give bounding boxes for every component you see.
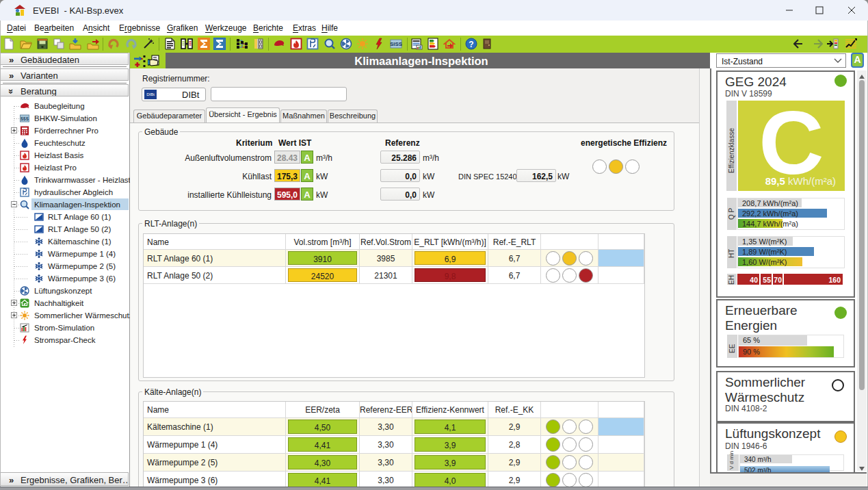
svg-text:555: 555 xyxy=(21,117,29,122)
svg-text:?: ? xyxy=(469,40,473,49)
svg-text:SISS: SISS xyxy=(390,41,402,47)
